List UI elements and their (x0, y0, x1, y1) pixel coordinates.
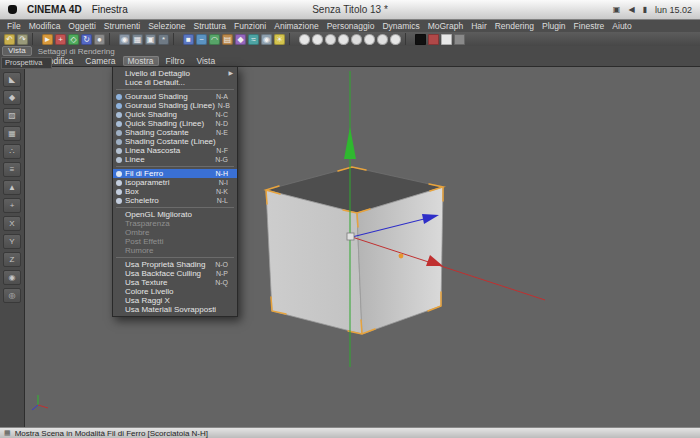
make-editable-icon[interactable]: ◣ (3, 72, 21, 87)
menu-item[interactable]: Isoparametri N-I (113, 178, 237, 187)
workplane-icon[interactable]: ▦ (3, 126, 21, 141)
volume-icon[interactable]: ◀ (628, 5, 634, 14)
menu-item[interactable]: Livello di Dettaglio ▶ (113, 69, 237, 78)
add-modeling-icon[interactable]: ▤ (222, 34, 233, 45)
menu-item[interactable]: Fil di Ferro N-H (113, 169, 237, 178)
app-menu-item[interactable]: Modifica (25, 21, 65, 31)
menu-item[interactable]: Gouraud Shading N-A (113, 92, 237, 101)
menu-item[interactable]: Box N-K (113, 187, 237, 196)
render-settings-label[interactable]: Settaggi di Rendering (38, 47, 115, 56)
material-sphere-icon[interactable] (299, 34, 310, 45)
app-menu-item[interactable]: MoGraph (424, 21, 467, 31)
redo-icon[interactable]: ↷ (17, 34, 28, 45)
coordinate-system-icon[interactable]: ◉ (119, 34, 130, 45)
axis-mode-icon[interactable]: + (3, 198, 21, 213)
render-picture-viewer-icon[interactable]: ▣ (145, 34, 156, 45)
polygons-mode-icon[interactable]: ▲ (3, 180, 21, 195)
menu-item-icon (116, 307, 122, 313)
app-menu-item[interactable]: Selezione (144, 21, 189, 31)
axis-band-handle[interactable] (399, 254, 404, 259)
add-nurbs-icon[interactable]: ◠ (209, 34, 220, 45)
battery-icon[interactable]: ▮ (643, 5, 647, 14)
app-menu-item[interactable]: Strumenti (100, 21, 144, 31)
app-menu-item[interactable]: Struttura (189, 21, 230, 31)
app-menu-item[interactable]: Personaggio (323, 21, 379, 31)
lock-z-icon[interactable]: Z (3, 252, 21, 267)
viewport-menu-item[interactable]: Mostra (123, 56, 159, 66)
menu-item[interactable]: Luce di Default... (113, 78, 237, 87)
model-mode-icon[interactable]: ◆ (3, 90, 21, 105)
swatch-gray[interactable] (454, 34, 465, 45)
material-sphere-icon[interactable] (338, 34, 349, 45)
swatch-black[interactable] (415, 34, 426, 45)
menu-item[interactable]: Scheletro N-L (113, 196, 237, 205)
material-sphere-icon[interactable] (364, 34, 375, 45)
material-sphere-icon[interactable] (377, 34, 388, 45)
app-menu-item[interactable]: Dynamics (378, 21, 423, 31)
display-icon[interactable]: ▣ (613, 5, 621, 14)
menu-item[interactable]: OpenGL Migliorato (113, 210, 237, 219)
swatch-colors[interactable] (428, 34, 439, 45)
add-environment-icon[interactable]: ≈ (248, 34, 259, 45)
material-sphere-icon[interactable] (390, 34, 401, 45)
menubar-item-finestra[interactable]: Finestra (92, 4, 128, 15)
last-tool-icon[interactable]: ● (94, 34, 105, 45)
points-mode-icon[interactable]: ∴ (3, 144, 21, 159)
origin-handle[interactable] (347, 233, 354, 240)
menu-item[interactable]: Shading Costante (Linee) (113, 137, 237, 146)
menu-item[interactable]: Usa Backface Culling N-P (113, 269, 237, 278)
move-icon[interactable]: + (55, 34, 66, 45)
material-sphere-icon[interactable] (351, 34, 362, 45)
tab-vista[interactable]: Vista (2, 46, 32, 56)
menubar-clock[interactable]: lun 15.02 (655, 5, 692, 15)
lock-y-icon[interactable]: Y (3, 234, 21, 249)
cube-object[interactable] (266, 167, 443, 334)
add-camera-icon[interactable]: ◉ (261, 34, 272, 45)
menu-item[interactable]: Colore Livello (113, 287, 237, 296)
swatch-white[interactable] (441, 34, 452, 45)
menu-item[interactable]: Quick Shading N-C (113, 110, 237, 119)
apple-menu-icon[interactable] (8, 5, 17, 14)
add-primitive-icon[interactable]: ■ (183, 34, 194, 45)
view-name-label[interactable]: Prospettiva (1, 57, 52, 69)
world-coordinates-icon[interactable]: ◉ (3, 270, 21, 285)
app-menu-item[interactable]: File (3, 21, 25, 31)
material-sphere-icon[interactable] (325, 34, 336, 45)
viewport-menu-item[interactable]: Camera (80, 56, 120, 66)
y-axis-arrow[interactable] (344, 127, 356, 159)
render-settings-icon[interactable]: * (158, 34, 169, 45)
app-menu-item[interactable]: Aiuto (608, 21, 635, 31)
viewport-menu-item[interactable]: Vista (191, 56, 220, 66)
material-sphere-icon[interactable] (312, 34, 323, 45)
app-name[interactable]: CINEMA 4D (27, 4, 82, 15)
menu-item[interactable]: Linea Nascosta N-F (113, 146, 237, 155)
app-menu-item[interactable]: Finestre (570, 21, 609, 31)
add-light-icon[interactable]: ☀ (274, 34, 285, 45)
menu-item[interactable]: Usa Proprietà Shading N-O (113, 260, 237, 269)
app-menu-item[interactable]: Rendering (491, 21, 538, 31)
menu-item[interactable]: Shading Costante N-E (113, 128, 237, 137)
menu-item[interactable]: Usa Texture N-Q (113, 278, 237, 287)
menu-item[interactable]: Quick Shading (Linee) N-D (113, 119, 237, 128)
texture-mode-icon[interactable]: ▨ (3, 108, 21, 123)
app-menu-item[interactable]: Oggetti (64, 21, 99, 31)
menu-item[interactable]: Gouraud Shading (Linee) N-B (113, 101, 237, 110)
add-deformer-icon[interactable]: ◆ (235, 34, 246, 45)
scale-icon[interactable]: ◇ (68, 34, 79, 45)
undo-icon[interactable]: ↶ (4, 34, 15, 45)
render-view-icon[interactable]: ▦ (132, 34, 143, 45)
menu-item[interactable]: Linee N-G (113, 155, 237, 164)
app-menu-item[interactable]: Hair (467, 21, 491, 31)
app-menu-item[interactable]: Funzioni (230, 21, 270, 31)
snap-icon[interactable]: ◎ (3, 288, 21, 303)
menu-item[interactable]: Usa Materiali Sovrapposti (113, 305, 237, 314)
menu-item[interactable]: Usa Raggi X (113, 296, 237, 305)
rotate-icon[interactable]: ↻ (81, 34, 92, 45)
live-selection-icon[interactable]: ► (42, 34, 53, 45)
viewport-menu-item[interactable]: Filtro (161, 56, 190, 66)
lock-x-icon[interactable]: X (3, 216, 21, 231)
app-menu-item[interactable]: Animazione (270, 21, 322, 31)
add-spline-icon[interactable]: ~ (196, 34, 207, 45)
app-menu-item[interactable]: Plugin (538, 21, 570, 31)
edges-mode-icon[interactable]: ≡ (3, 162, 21, 177)
